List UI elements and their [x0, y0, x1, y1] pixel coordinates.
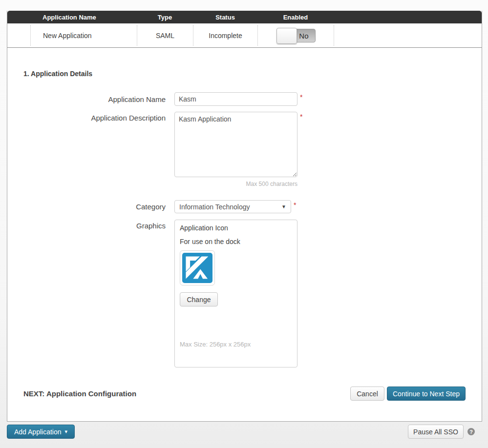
kasm-logo-icon — [182, 253, 212, 283]
required-asterisk: * — [300, 113, 302, 121]
application-name-row: Application Name * — [23, 92, 466, 106]
required-asterisk: * — [294, 201, 296, 209]
help-icon[interactable]: ? — [467, 428, 475, 435]
application-description-row: Application Description Kasm Application… — [23, 112, 466, 187]
application-type-cell: SAML — [137, 25, 193, 46]
application-details-section: 1. Application Details Application Name … — [7, 48, 482, 421]
category-select[interactable]: Information Technology ▼ — [174, 200, 291, 213]
category-label: Category — [23, 203, 166, 211]
graphics-label: Graphics — [23, 220, 166, 230]
pause-all-sso-button[interactable]: Pause All SSO — [408, 425, 464, 439]
add-application-label: Add Application — [14, 428, 62, 436]
enabled-toggle[interactable]: No — [276, 29, 316, 42]
graphics-box: Application Icon For use on the dock Cha… — [174, 220, 297, 367]
application-icon-subtitle: For use on the dock — [180, 238, 292, 245]
column-header-enabled: Enabled — [257, 14, 334, 21]
application-name-input[interactable] — [174, 92, 297, 106]
graphics-row: Graphics Application Icon For use on the… — [23, 220, 466, 367]
application-description-label: Application Description — [23, 112, 166, 122]
max-size-hint: Max Size: 256px x 256px — [180, 341, 292, 348]
row-end-divider — [334, 25, 334, 46]
required-asterisk: * — [300, 93, 302, 101]
table-row: New Application SAML Incomplete No — [7, 23, 482, 48]
application-icon-title: Application Icon — [180, 224, 292, 232]
application-name-cell: New Application — [30, 25, 137, 46]
application-panel: Application Name Type Status Enabled New… — [7, 11, 482, 422]
application-icon-preview — [180, 250, 215, 285]
application-description-textarea[interactable]: Kasm Application — [174, 112, 297, 177]
application-status-cell: Incomplete — [193, 25, 257, 46]
continue-to-next-step-button[interactable]: Continue to Next Step — [387, 387, 466, 401]
column-header-status: Status — [193, 14, 257, 21]
form-actions: NEXT: Application Configuration Cancel C… — [23, 387, 466, 401]
application-name-label: Application Name — [23, 95, 166, 103]
caret-down-icon: ▾ — [65, 428, 68, 435]
next-step-label: NEXT: Application Configuration — [23, 389, 136, 398]
add-application-button[interactable]: Add Application ▾ — [7, 425, 75, 439]
page-footer: Add Application ▾ Pause All SSO ? — [7, 425, 482, 439]
cancel-button[interactable]: Cancel — [350, 387, 384, 401]
toggle-knob[interactable] — [276, 28, 297, 44]
category-selected-value: Information Technology — [179, 203, 250, 211]
column-header-application-name: Application Name — [30, 14, 137, 21]
section-title: 1. Application Details — [23, 70, 466, 78]
application-description-field: Kasm Application Max 500 characters — [174, 112, 297, 187]
enabled-cell: No — [257, 25, 334, 46]
select-caret-icon: ▼ — [281, 204, 286, 209]
category-row: Category Information Technology ▼ * — [23, 200, 466, 213]
max-characters-hint: Max 500 characters — [174, 181, 297, 187]
column-header-type: Type — [137, 14, 193, 21]
change-icon-button[interactable]: Change — [180, 292, 218, 306]
toggle-state-label: No — [299, 29, 308, 42]
row-spacer — [7, 25, 30, 46]
table-header: Application Name Type Status Enabled — [7, 11, 482, 23]
